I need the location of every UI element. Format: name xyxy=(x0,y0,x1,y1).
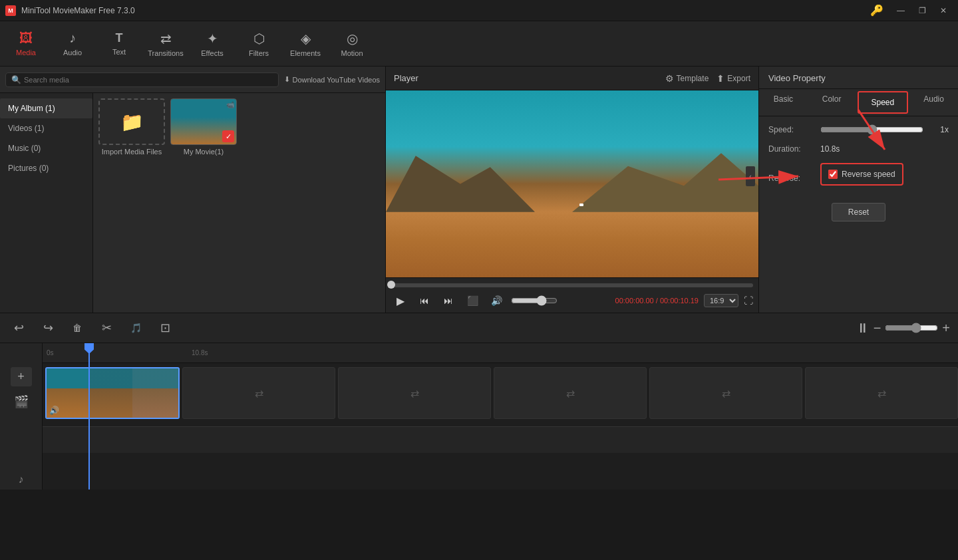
speed-slider[interactable] xyxy=(820,124,923,135)
toolbar-item-audio[interactable]: ♪ Audio xyxy=(49,23,96,65)
reset-button[interactable]: Reset xyxy=(832,203,885,221)
undo-button[interactable]: ↩ xyxy=(8,317,29,339)
video-clip[interactable]: 🔊 xyxy=(45,367,180,419)
download-icon: ⬇ xyxy=(284,75,290,84)
empty-slot-2[interactable]: ⇄ xyxy=(338,367,491,419)
import-media-item[interactable]: 📁 Import Media Files xyxy=(98,98,165,156)
toolbar-item-text[interactable]: T Text xyxy=(96,23,142,65)
reverse-speed-checkbox[interactable] xyxy=(828,170,838,179)
panel-collapse-button[interactable]: ‹ xyxy=(746,166,755,186)
empty-slot-3[interactable]: ⇄ xyxy=(494,367,647,419)
restore-button[interactable]: ❐ xyxy=(913,4,931,17)
speed-label: Speed: xyxy=(768,125,815,134)
add-track-button[interactable]: + xyxy=(11,367,32,386)
sidebar-item-videos[interactable]: Videos (1) xyxy=(0,118,92,138)
sidebar-item-music[interactable]: Music (0) xyxy=(0,138,92,158)
empty-slot-5[interactable]: ⇄ xyxy=(805,367,958,419)
tab-speed[interactable]: Speed xyxy=(858,91,909,114)
tab-color[interactable]: Color xyxy=(808,89,856,116)
search-box[interactable]: 🔍 xyxy=(5,72,279,87)
app-title: MiniTool MovieMaker Free 7.3.0 xyxy=(21,6,865,15)
toolbar-item-media[interactable]: 🖼 Media xyxy=(3,23,49,65)
player-actions: ⚙ Template ⬆ Export xyxy=(665,73,750,84)
empty-slot-4[interactable]: ⇄ xyxy=(649,367,802,419)
motion-icon: ◎ xyxy=(347,31,358,47)
redo-button[interactable]: ↪ xyxy=(37,317,59,339)
bottom-toolbar: ↩ ↪ 🗑 ✂ 🎵 ⊡ ⏸ − + xyxy=(0,313,958,343)
cut-button[interactable]: ✂ xyxy=(96,317,117,339)
zoom-slider[interactable] xyxy=(885,323,938,333)
reverse-label: Reverse: xyxy=(768,174,815,183)
toolbar-transitions-label: Transitions xyxy=(148,49,183,57)
player-bar: Player ⚙ Template ⬆ Export xyxy=(386,67,758,90)
duration-row: Duration: 10.8s xyxy=(768,144,949,154)
player-controls: ▶ ⏮ ⏭ ⬛ 🔊 00:00:00.00 / 00:00:10.19 16:9… xyxy=(386,277,758,313)
delete-button[interactable]: 🗑 xyxy=(67,317,88,339)
audio-detect-button[interactable]: 🎵 xyxy=(125,317,146,339)
video-track-icon[interactable]: 🎬 xyxy=(11,392,32,411)
play-button[interactable]: ▶ xyxy=(391,291,410,310)
video-track: 🔊 ⇄ ⇄ ⇄ ⇄ ⇄ xyxy=(43,363,958,423)
speed-row: Speed: 1x xyxy=(768,124,949,135)
tab-audio[interactable]: Audio xyxy=(909,89,958,116)
sidebar-item-pictures[interactable]: Pictures (0) xyxy=(0,158,92,178)
download-youtube-button[interactable]: ⬇ Download YouTube Videos xyxy=(284,75,381,84)
fullscreen-button[interactable]: ⛶ xyxy=(744,295,753,306)
timeline-split-button[interactable]: ⏸ xyxy=(856,321,870,336)
toolbar-item-effects[interactable]: ✦ Effects xyxy=(189,23,236,65)
volume-slider[interactable] xyxy=(511,295,558,306)
template-button[interactable]: ⚙ Template xyxy=(665,73,709,84)
toolbar-item-filters[interactable]: ⬡ Filters xyxy=(236,23,282,65)
progress-bar[interactable] xyxy=(391,283,753,287)
template-icon: ⚙ xyxy=(665,73,674,84)
toolbar-item-elements[interactable]: ◈ Elements xyxy=(282,23,329,65)
toolbar-elements-label: Elements xyxy=(290,49,321,57)
timeline-tracks: 🔊 ⇄ ⇄ ⇄ ⇄ ⇄ xyxy=(43,363,958,490)
minimize-button[interactable]: — xyxy=(891,4,910,17)
search-input[interactable] xyxy=(24,76,273,84)
reverse-section: Reverse speed xyxy=(820,163,903,186)
aspect-ratio-select[interactable]: 16:99:161:14:3 xyxy=(704,294,738,307)
left-panel: 🔍 ⬇ Download YouTube Videos My Album (1)… xyxy=(0,67,386,313)
timeline: + 🎬 ♪ 0s 10.8s 🔊 ⇄ ⇄ ⇄ xyxy=(0,343,958,490)
close-button[interactable]: ✕ xyxy=(934,4,953,17)
media-icon: 🖼 xyxy=(19,31,33,46)
panel-top: 🔍 ⬇ Download YouTube Videos xyxy=(0,67,385,93)
audio-track xyxy=(43,423,958,456)
mountain-left xyxy=(386,156,535,211)
audio-track-icon[interactable]: ♪ xyxy=(11,470,32,490)
my-movie-item[interactable]: 📹 ✓ My Movie(1) xyxy=(170,98,237,156)
audio-icon: ♪ xyxy=(69,31,76,46)
clip-thumb-2 xyxy=(90,368,133,418)
zoom-out-button[interactable]: − xyxy=(874,321,881,336)
transitions-icon: ⇄ xyxy=(160,31,172,47)
crop-button[interactable]: ⊡ xyxy=(154,317,176,339)
key-icon: 🔑 xyxy=(870,4,883,17)
tab-basic[interactable]: Basic xyxy=(759,89,808,116)
titlebar: M MiniTool MovieMaker Free 7.3.0 🔑 — ❐ ✕ xyxy=(0,0,958,21)
toolbar-effects-label: Effects xyxy=(201,49,223,57)
right-panel: Video Property Basic Color Speed Audio S… xyxy=(758,67,958,313)
playhead-line xyxy=(88,343,90,490)
empty-slot-1[interactable]: ⇄ xyxy=(182,367,335,419)
toolbar-item-transitions[interactable]: ⇄ Transitions xyxy=(142,23,189,65)
export-button[interactable]: ⬆ Export xyxy=(717,73,750,84)
progress-dot[interactable] xyxy=(387,281,395,289)
audio-track-bg xyxy=(43,426,958,453)
player-label: Player xyxy=(394,73,418,83)
toolbar-item-motion[interactable]: ◎ Motion xyxy=(329,23,375,65)
text-icon: T xyxy=(116,31,123,45)
reverse-speed-label[interactable]: Reverse speed xyxy=(828,170,895,179)
zoom-in-button[interactable]: + xyxy=(942,321,950,336)
toolbar-text-label: Text xyxy=(112,48,126,56)
ruler-mark-10s: 10.8s xyxy=(192,349,208,356)
my-movie-label: My Movie(1) xyxy=(184,148,224,156)
sidebar-item-my-album[interactable]: My Album (1) xyxy=(0,98,92,118)
stop-button[interactable]: ⬛ xyxy=(463,291,482,310)
volume-button[interactable]: 🔊 xyxy=(487,291,506,310)
video-preview xyxy=(386,90,758,277)
prev-frame-button[interactable]: ⏮ xyxy=(415,291,434,310)
speed-property-content: Speed: 1x Duration: 10.8s Reverse: Rever… xyxy=(759,116,958,313)
next-frame-button[interactable]: ⏭ xyxy=(439,291,458,310)
clip-audio-icon: 🔊 xyxy=(49,406,59,415)
